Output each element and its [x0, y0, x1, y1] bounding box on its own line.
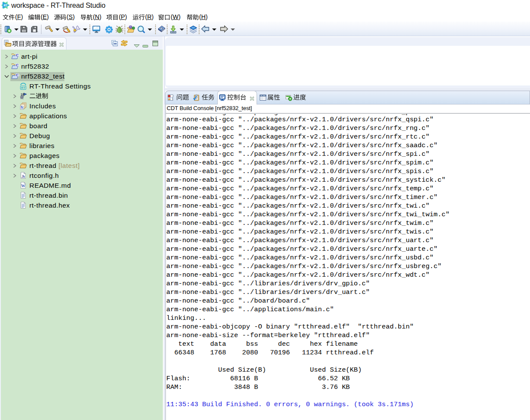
svg-text:RT: RT [3, 4, 7, 7]
svg-text:.h: .h [21, 174, 25, 179]
svg-text:C: C [16, 73, 19, 77]
svg-text:W: W [21, 184, 25, 188]
svg-text:C: C [16, 53, 19, 57]
svg-text:RT: RT [21, 86, 25, 90]
svg-text:C: C [16, 63, 19, 67]
svg-text:h: h [21, 105, 23, 110]
